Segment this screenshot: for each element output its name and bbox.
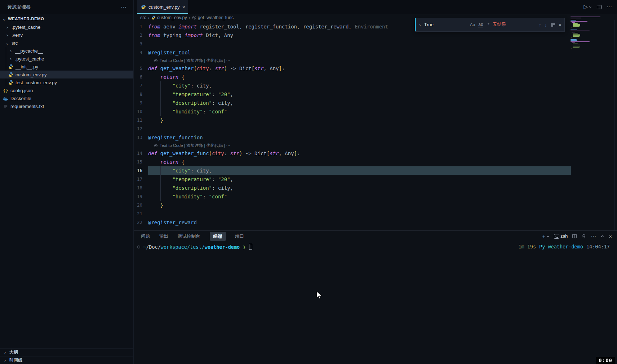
terminal-prompt-line[interactable]: ~/Doc/workspace/test/weather-demo ❯ 1m 1… [134,244,617,250]
more-actions-icon[interactable]: ⋯ [607,4,612,10]
tree-item-__pycache__[interactable]: ›__pycache__ [0,47,133,55]
code-line-13[interactable]: 13@register_function [134,133,571,142]
editor-group: custom_env.py × ▷ ⋯ src › custom_env.py [134,0,617,364]
tree-item-label: requirements.txt [10,104,44,109]
tree-item-Dockerfile[interactable]: Dockerfile [0,94,133,102]
code-line-11[interactable]: 11 } [134,116,571,125]
breadcrumb-symbol[interactable]: get_weather_func [192,15,234,20]
code-line-18[interactable]: 18 "description": city, [134,184,571,192]
code-line-2[interactable]: 2from typing import Dict, Any [134,31,571,40]
split-editor-button[interactable] [596,4,602,10]
code-line-3[interactable]: 3 [134,40,571,48]
tree-item-test_custom_env.py[interactable]: test_custom_env.py [0,78,133,86]
tree-item-label: .venv [12,32,23,38]
root-folder-label: WEATHER-DEMO [8,17,44,21]
python-icon [8,72,13,77]
tree-item-config.json[interactable]: { }config.json [0,86,133,94]
tree-item-.pytest_cache[interactable]: ›.pytest_cache [0,23,133,31]
line-content: def get_weather_func(city: str) -> Dict[… [148,149,571,158]
breadcrumb-file[interactable]: custom_env.py [151,15,187,20]
find-close-icon[interactable]: × [559,22,561,28]
explorer-more-icon[interactable]: ⋯ [121,4,127,10]
outline-section[interactable]: › 大纲 [0,348,133,356]
recording-timer: 0:00 [596,357,615,364]
code-line-9[interactable]: 9 "description": city, [134,99,571,107]
chevron-right-icon: › [5,24,9,30]
line-content: from typing import Dict, Any [148,31,571,40]
tree-item-label: Dockerfile [10,96,31,101]
line-number: 20 [134,201,148,210]
prompt-status-icon [137,246,140,248]
code-line-15[interactable]: 15 return { [134,158,571,166]
line-content: } [148,116,571,125]
code-line-17[interactable]: 17 "temperature": "20", [134,175,571,184]
tree-item-requirements.txt[interactable]: requirements.txt [0,102,133,110]
code-line-10[interactable]: 10 "humidity": "conf" [134,107,571,116]
new-terminal-button[interactable]: + [542,233,550,239]
run-python-button[interactable]: ▷ [583,4,592,10]
panel-more-icon[interactable]: ⋯ [591,233,596,239]
symbol-method-icon [192,15,196,20]
line-content: "humidity": "conf" [148,192,571,201]
maximize-panel-icon[interactable] [600,234,604,238]
code-line-5[interactable]: 5def get_weather(city: str) -> Dict[str,… [134,64,571,73]
tree-item-custom_env.py[interactable]: custom_env.py [0,71,133,78]
minimap[interactable] [571,17,604,230]
code-line-14[interactable]: 14def get_weather_func(city: str) -> Dic… [134,149,571,158]
code-line-22[interactable]: 22@register_reward [134,218,571,227]
kill-terminal-button[interactable] [581,234,586,239]
terminal-cursor [249,244,252,250]
line-number: 8 [134,90,148,99]
codelens-label: Text to Code | 添加注释 | 优化代码 | ⋯ [160,57,230,64]
python-icon [8,80,13,85]
code-line-4[interactable]: 4@register_tool [134,48,571,57]
code-line-21[interactable]: 21 [134,210,571,218]
codelens-label: Text to Code | 添加注释 | 优化代码 | ⋯ [160,142,230,149]
code-line-20[interactable]: 20 } [134,201,571,210]
tab-terminal[interactable]: 终端 [210,232,226,241]
find-previous-icon[interactable]: ↑ [539,22,541,28]
find-next-icon[interactable]: ↓ [545,22,547,28]
code-line-16[interactable]: 16 "city": city, [134,166,571,175]
tree-item-.pytest_cache[interactable]: ›.pytest_cache [0,55,133,63]
line-content: @register_tool [148,48,571,57]
line-number: 16 [134,166,148,175]
find-input[interactable]: True [424,22,467,27]
close-panel-icon[interactable]: × [609,233,612,239]
tree-item-label: test_custom_env.py [15,80,57,85]
code-area[interactable]: 1from aenv import register_tool, registe… [134,22,571,227]
tree-root-folder[interactable]: ⌄ WEATHER-DEMO [0,14,133,23]
tab-problems[interactable]: 问题 [141,233,150,239]
tree-item-.venv[interactable]: ›.venv [0,31,133,39]
codelens-actions[interactable]: Text to Code | 添加注释 | 优化代码 | ⋯ [134,142,571,149]
split-terminal-button[interactable] [572,234,577,239]
terminal-profile-zsh[interactable]: zsh [554,234,568,239]
code-line-19[interactable]: 19 "humidity": "conf" [134,192,571,201]
tab-ports[interactable]: 端口 [235,233,244,239]
timeline-section[interactable]: › 时间线 [0,356,133,364]
whole-word-toggle[interactable]: ab [478,22,483,27]
regex-toggle[interactable]: .* [487,22,489,27]
find-in-selection-icon[interactable] [550,23,555,27]
tab-debug-console[interactable]: 调试控制台 [178,233,200,239]
code-line-7[interactable]: 7 "city": city, [134,81,571,90]
code-line-12[interactable]: 12 [134,125,571,133]
tree-item-__init__.py[interactable]: __init__.py [0,63,133,71]
tab-output[interactable]: 输出 [159,233,168,239]
prompt-path: ~/Doc/workspace/test/weather-demo ❯ [143,244,246,250]
tab-close-icon[interactable]: × [182,4,185,10]
text-file-icon [3,104,8,109]
code-editor[interactable]: src › custom_env.py › get_weather_func 1… [134,14,617,230]
find-expand-icon[interactable]: › [419,22,421,28]
match-case-toggle[interactable]: Aa [470,22,475,27]
terminal-stats: 1m 19s Py weather-demo 14:04:17 [518,244,610,250]
breadcrumb-src[interactable]: src [140,15,146,20]
chevron-right-icon: › [189,15,190,20]
tab-custom-env[interactable]: custom_env.py × [137,0,188,14]
code-line-8[interactable]: 8 "temperature": "20", [134,90,571,99]
panel-tabs: 问题 输出 调试控制台 终端 端口 [141,232,244,241]
code-line-6[interactable]: 6 return { [134,73,571,81]
tree-item-src[interactable]: ⌄src [0,39,133,47]
codelens-actions[interactable]: Text to Code | 添加注释 | 优化代码 | ⋯ [134,57,571,64]
vscode-window: 资源管理器 ⋯ ⌄ WEATHER-DEMO ›.pytest_cache›.v… [0,0,617,364]
